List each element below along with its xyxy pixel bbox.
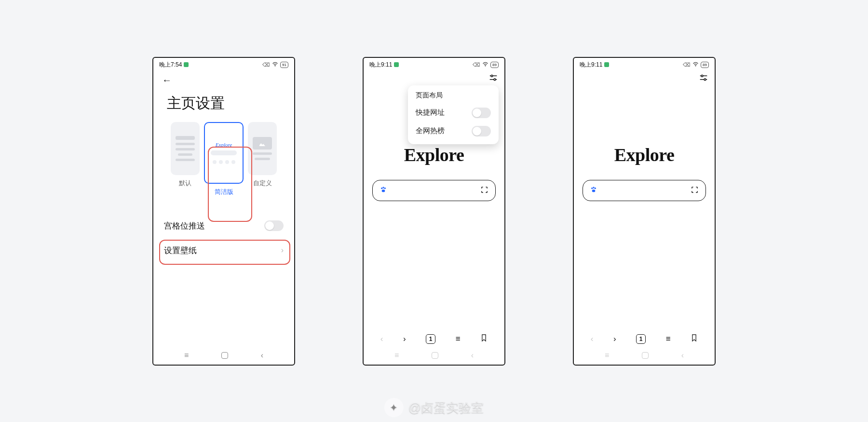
svg-point-7 <box>382 190 385 192</box>
search-box[interactable] <box>372 180 496 201</box>
svg-point-12 <box>591 188 593 189</box>
sys-back-icon[interactable]: ‹ <box>261 351 263 360</box>
layout-option-default[interactable]: 默认 <box>168 122 202 188</box>
svg-point-15 <box>592 190 596 192</box>
browser-bottom-nav: ‹ › 1 ≡ <box>574 328 715 347</box>
annotation-highlight-icon <box>208 147 252 222</box>
popover-hot-row[interactable]: 全网热榜 <box>408 122 499 140</box>
popover-hot-label: 全网热榜 <box>416 126 445 136</box>
app-indicator-icon <box>394 62 399 67</box>
hot-list-toggle[interactable] <box>472 126 491 136</box>
notification-mute-icon: ⌫ <box>683 62 691 68</box>
system-nav: ≡ ‹ <box>574 347 715 365</box>
menu-icon[interactable]: ≡ <box>456 334 461 344</box>
svg-point-1 <box>491 75 493 77</box>
status-time: 晚上9:11 <box>369 61 392 69</box>
bookmark-icon[interactable] <box>691 334 698 344</box>
tab-count-button[interactable]: 1 <box>426 334 435 344</box>
scan-icon[interactable] <box>480 186 488 195</box>
layout-label-default: 默认 <box>179 179 191 188</box>
layout-popover: 页面布局 快捷网址 全网热榜 <box>408 85 499 144</box>
svg-point-13 <box>593 187 594 188</box>
status-bar: 晚上9:11 ⌫ 89 <box>364 58 504 71</box>
wifi-icon <box>272 62 278 68</box>
nav-forward-icon[interactable]: › <box>403 334 406 344</box>
phone-settings-screen: 晚上7:54 ⌫ 91 ← 主页设置 默认 Explor <box>152 57 295 366</box>
browser-brand: Explore <box>574 144 715 165</box>
bookmark-icon[interactable] <box>480 334 488 344</box>
settings-sliders-icon[interactable] <box>699 74 708 83</box>
sys-back-icon[interactable]: ‹ <box>471 351 474 360</box>
system-nav: ≡ ‹ <box>153 347 294 365</box>
watermark-text: @卤蛋实验室 <box>408 399 484 416</box>
home-icon[interactable] <box>642 352 649 359</box>
grid-push-toggle[interactable] <box>264 220 284 231</box>
back-arrow-icon[interactable]: ← <box>162 75 172 85</box>
settings-sliders-icon[interactable] <box>489 74 498 83</box>
status-time: 晚上7:54 <box>159 61 182 69</box>
battery-level: 89 <box>490 62 499 68</box>
quick-links-toggle[interactable] <box>472 108 491 118</box>
watermark: ✦ @卤蛋实验室 <box>384 398 484 417</box>
search-box[interactable] <box>583 180 706 201</box>
system-nav: ≡ ‹ <box>364 347 504 365</box>
status-time: 晚上9:11 <box>580 61 602 69</box>
svg-point-14 <box>595 188 596 189</box>
recents-icon[interactable]: ≡ <box>394 351 399 360</box>
annotation-highlight-icon <box>159 240 290 265</box>
svg-point-3 <box>494 78 496 80</box>
status-bar: 晚上7:54 ⌫ 91 <box>153 58 294 71</box>
popover-quick-label: 快捷网址 <box>416 108 445 117</box>
notification-mute-icon: ⌫ <box>262 62 270 68</box>
menu-icon[interactable]: ≡ <box>666 334 671 344</box>
recents-icon[interactable]: ≡ <box>605 351 609 360</box>
phone-browser-popover-screen: 晚上9:11 ⌫ 89 页面布局 快捷网址 全网热榜 <box>363 57 505 366</box>
nav-back-icon[interactable]: ‹ <box>380 334 383 344</box>
status-bar: 晚上9:11 ⌫ 89 <box>574 58 715 71</box>
wechat-icon: ✦ <box>384 398 404 417</box>
popover-title: 页面布局 <box>408 90 499 104</box>
battery-level: 91 <box>280 62 288 68</box>
scan-icon[interactable] <box>691 186 699 195</box>
app-indicator-icon <box>604 62 609 67</box>
svg-point-4 <box>381 188 382 189</box>
battery-level: 89 <box>701 62 709 68</box>
home-icon[interactable] <box>221 352 228 359</box>
phone-browser-clean-screen: 晚上9:11 ⌫ 89 Explore ‹ <box>573 57 716 366</box>
popover-quick-row[interactable]: 快捷网址 <box>408 104 499 122</box>
svg-point-5 <box>382 187 384 188</box>
browser-bottom-nav: ‹ › 1 ≡ <box>364 328 504 347</box>
wifi-icon <box>692 62 699 68</box>
wifi-icon <box>482 62 488 68</box>
page-title: 主页设置 <box>153 90 294 122</box>
notification-mute-icon: ⌫ <box>473 62 480 68</box>
layout-label-custom: 自定义 <box>253 179 272 188</box>
search-engine-paw-icon <box>380 186 387 195</box>
browser-brand: Explore <box>364 144 504 165</box>
nav-back-icon[interactable]: ‹ <box>591 334 594 344</box>
home-icon[interactable] <box>432 352 438 359</box>
svg-point-6 <box>384 188 386 189</box>
svg-point-9 <box>701 75 703 77</box>
search-engine-paw-icon <box>590 186 597 195</box>
svg-point-11 <box>704 78 706 80</box>
grid-push-label: 宫格位推送 <box>164 220 205 231</box>
recents-icon[interactable]: ≡ <box>184 351 189 360</box>
app-indicator-icon <box>184 62 189 67</box>
tab-count-button[interactable]: 1 <box>636 334 646 344</box>
sys-back-icon[interactable]: ‹ <box>681 351 684 360</box>
nav-forward-icon[interactable]: › <box>613 334 616 344</box>
